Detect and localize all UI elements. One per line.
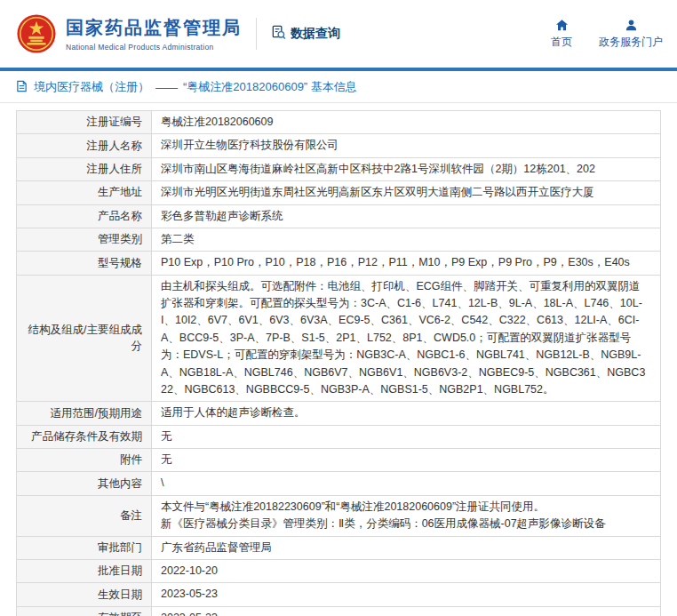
field-label: 附件 [17,449,152,472]
brand-text: 国家药品监督管理局 National Medical Products Admi… [66,16,242,52]
nav-portal[interactable]: 政务服务门户 [599,19,663,50]
field-label: 管理类别 [17,228,152,251]
field-label: 生产地址 [17,181,152,204]
field-value: 第二类 [152,228,661,251]
field-value: 粤械注准20182060609 [152,111,661,134]
table-row: 附件 无 [17,449,661,472]
field-value: 2022-10-20 [152,559,661,582]
header-divider [256,18,257,50]
field-value: \ [152,472,661,495]
agency-name-en: National Medical Products Administration [66,43,242,52]
table-row: 批准日期 2022-10-20 [17,559,661,582]
table-row: 适用范围/预期用途 适用于人体的超声诊断检查。 [17,402,661,425]
nav-data-query[interactable]: 数据查询 [271,25,340,43]
table-row: 注册人名称 深圳开立生物医疗科技股份有限公司 [17,134,661,157]
table-row: 注册证编号 粤械注准20182060609 [17,111,661,134]
field-label: 备注 [17,495,152,536]
data-query-icon [271,25,286,43]
field-label: 审批部门 [17,536,152,559]
field-label: 型号规格 [17,252,152,275]
field-value: 深圳市光明区光明街道东周社区光明高新区东片区双明大道南侧二号路以西开立医疗大厦 [152,181,661,204]
field-value: 由主机和探头组成。可选配附件：电池组、打印机、ECG组件、脚踏开关、可重复利用的… [152,275,661,402]
national-emblem-icon [16,13,57,54]
nav-home[interactable]: 首页 [551,19,572,50]
field-value: P10 Exp，P10 Pro，P10，P18，P16，P12，P11，M10，… [152,252,661,275]
table-row: 注册人住所 深圳市南山区粤海街道麻岭社区高新中区科技中2路1号深圳软件园（2期）… [17,157,661,180]
field-label: 产品储存条件及有效期 [17,425,152,448]
document-icon [16,80,28,95]
user-icon [625,19,638,32]
nav-portal-label: 政务服务门户 [599,35,663,50]
field-value: 深圳市南山区粤海街道麻岭社区高新中区科技中2路1号深圳软件园（2期）12栋201… [152,157,661,180]
table-row: 生产地址 深圳市光明区光明街道东周社区光明高新区东片区双明大道南侧二号路以西开立… [17,181,661,204]
nav-home-label: 首页 [551,35,572,50]
field-label: 注册人名称 [17,134,152,157]
data-query-label: 数据查询 [291,26,340,42]
table-row: 管理类别 第二类 [17,228,661,251]
table-row: 审批部门 广东省药品监督管理局 [17,536,661,559]
registration-info-table: 注册证编号 粤械注准20182060609 注册人名称 深圳开立生物医疗科技股份… [16,110,661,616]
breadcrumb-separator: —— [155,81,177,94]
main-content: 注册证编号 粤械注准20182060609 注册人名称 深圳开立生物医疗科技股份… [0,103,677,616]
field-value: 2023-05-23 [152,606,661,616]
field-label: 生效日期 [17,583,152,606]
field-value: 适用于人体的超声诊断检查。 [152,402,661,425]
field-label: 注册证编号 [17,111,152,134]
field-label: 注册人住所 [17,157,152,180]
table-row: 产品储存条件及有效期 无 [17,425,661,448]
field-value: 2023-05-23 [152,583,661,606]
field-label: 批准日期 [17,559,152,582]
table-row: 产品名称 彩色多普勒超声诊断系统 [17,204,661,228]
breadcrumb-current: “粤械注准20182060609” 基本信息 [183,79,357,95]
breadcrumb-category[interactable]: 境内医疗器械（注册） [34,79,149,95]
field-value: 彩色多普勒超声诊断系统 [152,204,661,228]
home-icon [555,19,569,32]
field-value: 本文件与“粤械注准20182230609”和“粤械注准20182060609”注… [152,495,661,536]
field-label: 有效期至 [17,606,152,616]
table-row: 生效日期 2023-05-23 [17,583,661,606]
agency-name-cn: 国家药品监督管理局 [66,16,242,40]
field-label: 其他内容 [17,472,152,495]
field-label: 结构及组成/主要组成成分 [17,275,152,402]
field-value: 无 [152,449,661,472]
table-row: 其他内容 \ [17,472,661,495]
field-value: 无 [152,425,661,448]
page: 国家药品监督管理局 National Medical Products Admi… [0,0,677,616]
field-label: 产品名称 [17,204,152,228]
site-header: 国家药品监督管理局 National Medical Products Admi… [0,0,677,68]
field-value: 深圳开立生物医疗科技股份有限公司 [152,134,661,157]
field-label: 适用范围/预期用途 [17,402,152,425]
table-row: 备注 本文件与“粤械注准20182230609”和“粤械注准2018206060… [17,495,661,536]
breadcrumb: 境内医疗器械（注册） —— “粤械注准20182060609” 基本信息 [0,71,677,103]
table-row: 有效期至 2023-05-23 [17,606,661,616]
table-row: 结构及组成/主要组成成分 由主机和探头组成。可选配附件：电池组、打印机、ECG组… [17,275,661,402]
field-value: 广东省药品监督管理局 [152,536,661,559]
table-row: 型号规格 P10 Exp，P10 Pro，P10，P18，P16，P12，P11… [17,252,661,275]
